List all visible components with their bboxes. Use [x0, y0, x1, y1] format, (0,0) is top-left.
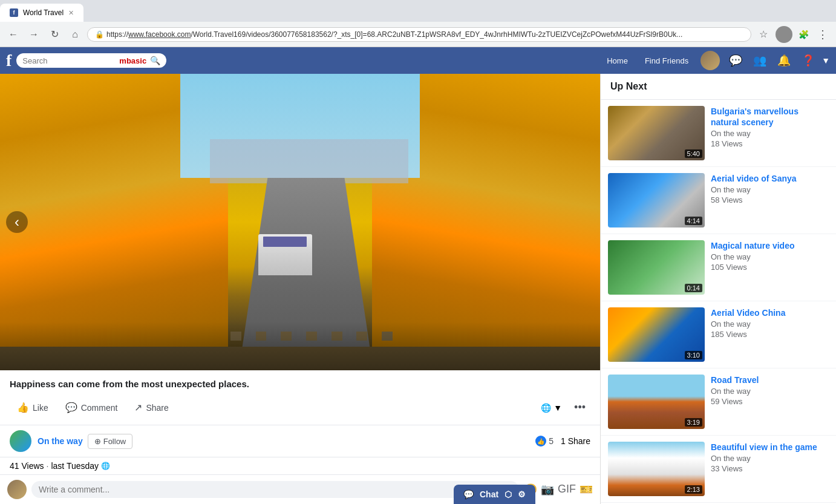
video-item-channel: On the way: [711, 319, 829, 329]
friends-icon[interactable]: 👥: [749, 50, 771, 71]
more-options-button[interactable]: •••: [569, 398, 590, 417]
video-player[interactable]: ‹: [0, 74, 600, 370]
privacy-globe-icon: 🌐: [101, 462, 110, 470]
video-duration: 4:14: [685, 217, 702, 225]
back-button[interactable]: ←: [5, 26, 22, 43]
sidebar-video-item[interactable]: 0:14 Magical nature video On the way 105…: [601, 234, 836, 301]
like-label: Like: [33, 403, 48, 413]
tab-title: World Travel: [23, 8, 64, 17]
reaction-count: 👍 5: [535, 436, 554, 447]
sidebar-video-item[interactable]: 5:40 Bulgaria's marvellous natural scene…: [601, 100, 836, 167]
lock-icon: 🔒: [95, 30, 104, 39]
video-scene: [0, 74, 600, 370]
like-button[interactable]: 👍 Like: [10, 398, 56, 417]
video-item-meta: Beautiful view in the game On the way 33…: [711, 442, 829, 496]
video-item-channel: On the way: [711, 387, 829, 396]
address-underlined: www.facebook.com: [128, 30, 191, 39]
video-item-views: 59 Views: [711, 397, 829, 406]
chat-bar[interactable]: 💬 Chat ⬡ ⚙: [454, 485, 535, 504]
channel-avatar: [10, 430, 31, 452]
notifications-icon[interactable]: 🔔: [773, 50, 795, 71]
sidebar-video-item[interactable]: 2:13 Beautiful view in the game On the w…: [601, 436, 836, 503]
more-options-icon[interactable]: ⋮: [814, 26, 831, 43]
city-bg: [210, 139, 408, 184]
video-item-meta: Aerial video of Sanya On the way 58 View…: [711, 173, 829, 227]
chat-icon: 💬: [463, 489, 474, 499]
sidebar-video-item[interactable]: 3:19 Road Travel On the way 59 Views: [601, 368, 836, 436]
video-item-views: 18 Views: [711, 139, 829, 148]
train: [258, 234, 312, 276]
video-thumbnail: 3:19: [608, 375, 705, 429]
video-title: Happiness can come from the most unexpec…: [10, 378, 590, 390]
video-thumbnail: 4:14: [608, 173, 705, 227]
video-thumbnail: 0:14: [608, 240, 705, 295]
search-input[interactable]: [22, 56, 113, 65]
video-item-channel: On the way: [711, 252, 829, 261]
video-duration: 2:13: [685, 485, 702, 494]
chat-settings-icon[interactable]: ⚙: [518, 489, 526, 499]
browser-tab-bar: f World Travel ✕: [0, 0, 836, 22]
video-item-meta: Aerial Video China On the way 185 Views: [711, 307, 829, 362]
facebook-navbar: f mbasic 🔍 Home Find Friends 💬 👥 🔔 ❓ ▼: [0, 47, 836, 74]
active-tab[interactable]: f World Travel ✕: [0, 4, 83, 22]
video-item-channel: On the way: [711, 454, 829, 463]
video-item-meta: Road Travel On the way 59 Views: [711, 375, 829, 429]
video-item-title: Bulgaria's marvellous natural scenery: [711, 106, 829, 128]
account-menu-icon[interactable]: ▼: [821, 56, 830, 65]
comment-icon: 💬: [65, 402, 77, 413]
video-bottom: 41 Views · last Tuesday 🌐: [0, 457, 600, 474]
follow-button[interactable]: ⊕ Follow: [88, 434, 133, 449]
search-bar[interactable]: mbasic 🔍: [16, 53, 166, 68]
comment-label: Comment: [81, 403, 118, 413]
tab-favicon: f: [10, 8, 18, 17]
user-avatar[interactable]: [700, 51, 720, 70]
sidebar-video-item[interactable]: 3:10 Aerial Video China On the way 185 V…: [601, 301, 836, 368]
home-button[interactable]: ⌂: [67, 26, 83, 43]
tab-close-icon[interactable]: ✕: [68, 9, 74, 17]
audience-arrow: ▼: [554, 403, 562, 413]
video-item-channel: On the way: [711, 129, 829, 138]
video-thumbnail: 3:10: [608, 307, 705, 362]
messenger-icon[interactable]: 💬: [725, 50, 746, 71]
bookmark-icon[interactable]: ☆: [755, 26, 772, 43]
browser-chrome: f World Travel ✕ ← → ↻ ⌂ 🔒 https://www.f…: [0, 0, 836, 47]
forward-button[interactable]: →: [25, 26, 42, 43]
share-button[interactable]: ↗ Share: [127, 398, 175, 417]
profile-icon[interactable]: [776, 26, 792, 43]
find-friends-nav-link[interactable]: Find Friends: [638, 51, 696, 70]
comment-input[interactable]: [31, 481, 519, 498]
mbasic-label: mbasic: [119, 56, 146, 65]
video-item-views: 58 Views: [711, 195, 829, 205]
share-label: Share: [146, 403, 168, 413]
home-nav-link[interactable]: Home: [599, 51, 635, 70]
video-item-views: 185 Views: [711, 330, 829, 339]
browser-nav: ← → ↻ ⌂ 🔒 https://www.facebook.com/World…: [0, 22, 836, 47]
video-item-meta: Bulgaria's marvellous natural scenery On…: [711, 106, 829, 160]
channel-name[interactable]: On the way: [38, 436, 83, 446]
help-icon[interactable]: ❓: [797, 50, 819, 71]
video-item-title: Road Travel: [711, 375, 829, 385]
sticker-icon[interactable]: 🎫: [580, 483, 593, 496]
sidebar-video-item[interactable]: 4:14 Aerial video of Sanya On the way 58…: [601, 167, 836, 234]
views-count: 41 Views: [10, 461, 44, 471]
video-duration: 5:40: [685, 149, 702, 158]
video-thumbnail: 2:13: [608, 442, 705, 496]
video-info: Happiness can come from the most unexpec…: [0, 370, 600, 425]
photo-icon[interactable]: 📷: [541, 483, 554, 496]
globe-icon: 🌐: [541, 403, 551, 413]
video-item-channel: On the way: [711, 185, 829, 194]
audience-button[interactable]: 🌐 ▼: [536, 399, 567, 416]
comment-button[interactable]: 💬 Comment: [58, 398, 125, 417]
address-bar[interactable]: 🔒 https://www.facebook.com/World.Travel1…: [87, 27, 751, 42]
main-layout: ‹ Happiness can come from the most unexp…: [0, 74, 836, 504]
address-text: https://www.facebook.com/World.Travel169…: [106, 30, 743, 39]
reactions-area: 👍 5 1 Share: [535, 436, 590, 447]
extensions-icon[interactable]: 🧩: [795, 26, 812, 43]
gif-icon[interactable]: GIF: [558, 483, 576, 496]
sidebar-header: Up Next: [601, 74, 836, 100]
video-duration: 3:19: [685, 418, 702, 427]
shares-count: 1 Share: [561, 436, 590, 446]
video-back-arrow[interactable]: ‹: [6, 211, 28, 233]
follow-label: Follow: [103, 437, 126, 446]
reload-button[interactable]: ↻: [46, 26, 63, 43]
